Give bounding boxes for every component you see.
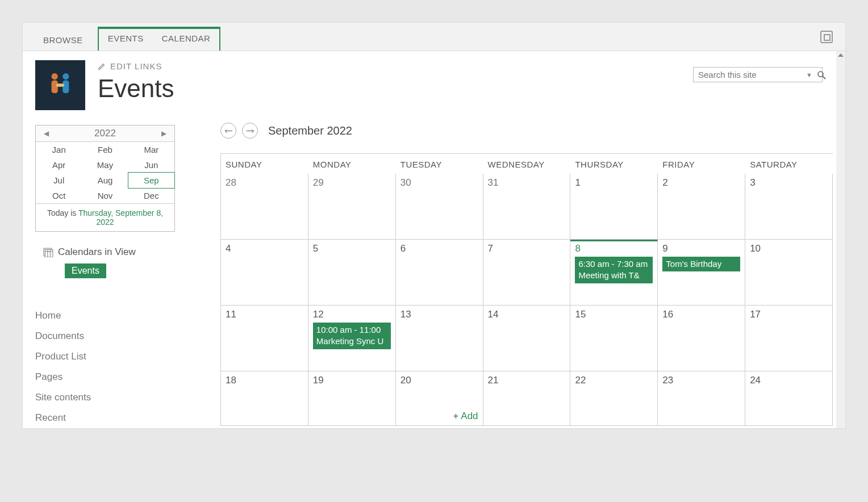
day-number: 22 <box>575 375 653 386</box>
day-of-week-header: WEDNESDAY <box>483 154 571 174</box>
svg-rect-8 <box>45 250 53 258</box>
day-of-week-header: SUNDAY <box>221 154 308 174</box>
calendar-day-cell[interactable]: 30 <box>396 174 483 240</box>
calendar-day-cell[interactable]: 20+Add <box>396 371 483 426</box>
tab-browse[interactable]: BROWSE <box>33 30 93 51</box>
mini-month-jan[interactable]: Jan <box>36 142 82 157</box>
calendar-day-cell[interactable]: 6 <box>396 240 483 306</box>
calendar-day-cell[interactable]: 1 <box>570 174 658 240</box>
day-number: 19 <box>313 375 391 386</box>
mini-month-apr[interactable]: Apr <box>36 157 82 173</box>
search-icon[interactable] <box>817 70 826 80</box>
today-link[interactable]: Thursday, September 8, 2022 <box>78 208 163 227</box>
mini-month-mar[interactable]: Mar <box>128 142 174 157</box>
edit-links-button[interactable]: EDIT LINKS <box>98 61 206 71</box>
calendar-day-cell[interactable]: 22 <box>570 371 658 426</box>
calendar-day-cell[interactable]: 7 <box>483 240 571 306</box>
day-number: 13 <box>400 309 478 320</box>
calendar-day-cell[interactable]: 29 <box>308 174 396 240</box>
calendar-day-cell[interactable]: 9Tom's Birthday <box>658 240 745 306</box>
next-month-button[interactable]: 🡒 <box>242 123 258 139</box>
calendar-day-cell[interactable]: 18 <box>221 371 308 426</box>
search-scope-dropdown-icon[interactable]: ▼ <box>806 72 812 78</box>
add-event-link[interactable]: +Add <box>453 411 478 422</box>
svg-rect-5 <box>62 81 69 93</box>
svg-rect-3 <box>52 81 58 93</box>
mini-calendar-header: ◀ 2022 ▶ <box>36 126 174 142</box>
day-number: 30 <box>400 177 478 189</box>
vertical-scrollbar[interactable] <box>836 51 845 428</box>
mini-month-feb[interactable]: Feb <box>82 142 128 157</box>
search-input[interactable] <box>698 70 806 80</box>
event-title: Meeting with T& <box>578 270 649 281</box>
quick-launch-recent[interactable]: Recent <box>35 408 206 428</box>
mini-calendar-months: JanFebMarAprMayJunJulAugSepOctNovDec <box>36 142 174 203</box>
calendar-day-cell[interactable]: 16 <box>658 306 745 371</box>
content-area: ▼ <box>23 51 845 428</box>
calendar-day-cell[interactable]: 2 <box>658 174 745 240</box>
mini-month-sep[interactable]: Sep <box>128 172 175 189</box>
calendar-day-cell[interactable]: 3 <box>745 174 833 240</box>
calendar-day-cell[interactable]: 4 <box>221 240 308 306</box>
day-number: 16 <box>662 309 740 320</box>
mini-month-oct[interactable]: Oct <box>36 188 82 203</box>
site-logo[interactable] <box>35 60 85 110</box>
plus-icon: + <box>453 411 458 422</box>
app-window: BROWSE EVENTS CALENDAR ▼ <box>23 23 845 428</box>
prev-month-button[interactable]: 🡐 <box>220 123 236 139</box>
calendar-header-row: SUNDAYMONDAYTUESDAYWEDNESDAYTHURSDAYFRID… <box>221 154 833 174</box>
day-number: 11 <box>226 309 303 320</box>
day-number: 14 <box>488 309 566 320</box>
day-of-week-header: MONDAY <box>308 154 396 174</box>
next-year-button[interactable]: ▶ <box>159 129 169 137</box>
mini-month-nov[interactable]: Nov <box>82 188 128 203</box>
calendar-week-row: 111210:00 am - 11:00Marketing Sync U1314… <box>221 306 833 371</box>
day-number: 7 <box>488 243 566 254</box>
tab-events[interactable]: EVENTS <box>99 29 153 51</box>
mini-month-jun[interactable]: Jun <box>128 157 174 173</box>
calendar-day-cell[interactable]: 5 <box>308 240 396 306</box>
calendar-day-cell[interactable]: 11 <box>221 306 308 371</box>
calendar-overlay-chip[interactable]: Events <box>65 263 106 278</box>
calendar-day-cell[interactable]: 15 <box>570 306 658 371</box>
calendar-day-cell[interactable]: 86:30 am - 7:30 amMeeting with T& <box>570 240 658 306</box>
mini-month-dec[interactable]: Dec <box>128 188 174 203</box>
calendar-day-cell[interactable]: 24 <box>745 371 833 426</box>
calendar-day-cell[interactable]: 19 <box>308 371 396 426</box>
calendar-day-cell[interactable]: 23 <box>658 371 745 426</box>
calendar-day-cell[interactable]: 10 <box>745 240 833 306</box>
day-of-week-header: FRIDAY <box>658 154 745 174</box>
focus-on-content-icon[interactable] <box>820 31 833 43</box>
event-chip[interactable]: Tom's Birthday <box>662 257 740 271</box>
calendar-title: September 2022 <box>268 124 352 137</box>
calendar-day-cell[interactable]: 17 <box>745 306 833 371</box>
day-number: 23 <box>662 375 740 386</box>
today-prefix: Today is <box>47 208 78 217</box>
mini-calendar: ◀ 2022 ▶ JanFebMarAprMayJunJulAugSepOctN… <box>35 125 175 232</box>
day-number: 4 <box>226 243 303 254</box>
mini-calendar-year[interactable]: 2022 <box>94 128 116 139</box>
mini-month-jul[interactable]: Jul <box>36 173 82 188</box>
calendar-day-cell[interactable]: 31 <box>483 174 571 240</box>
quick-launch-documents[interactable]: Documents <box>35 326 206 346</box>
calendar-day-cell[interactable]: 28 <box>221 174 308 240</box>
event-chip[interactable]: 10:00 am - 11:00Marketing Sync U <box>313 323 391 349</box>
calendar-day-cell[interactable]: 13 <box>396 306 483 371</box>
calendar-day-cell[interactable]: 1210:00 am - 11:00Marketing Sync U <box>308 306 396 371</box>
quick-launch-product-list[interactable]: Product List <box>35 346 206 367</box>
prev-year-button[interactable]: ◀ <box>41 129 51 137</box>
day-number: 10 <box>750 243 828 254</box>
quick-launch-pages[interactable]: Pages <box>35 367 206 387</box>
quick-launch-site-contents[interactable]: Site contents <box>35 387 206 408</box>
mini-month-may[interactable]: May <box>82 157 128 173</box>
tab-calendar[interactable]: CALENDAR <box>153 29 220 51</box>
event-chip[interactable]: 6:30 am - 7:30 amMeeting with T& <box>575 257 653 283</box>
calendar-day-cell[interactable]: 21 <box>483 371 571 426</box>
page-header: EDIT LINKS Events <box>98 60 206 103</box>
quick-launch-home[interactable]: Home <box>35 306 206 326</box>
calendar-day-cell[interactable]: 14 <box>483 306 571 371</box>
calendars-in-view-header: Calendars in View <box>43 246 206 258</box>
left-column: EDIT LINKS Events ◀ 2022 ▶ JanFebMarAprM… <box>35 60 206 428</box>
mini-month-aug[interactable]: Aug <box>82 173 128 188</box>
main-column: 🡐 🡒 September 2022 SUNDAYMONDAYTUESDAYWE… <box>206 60 833 428</box>
